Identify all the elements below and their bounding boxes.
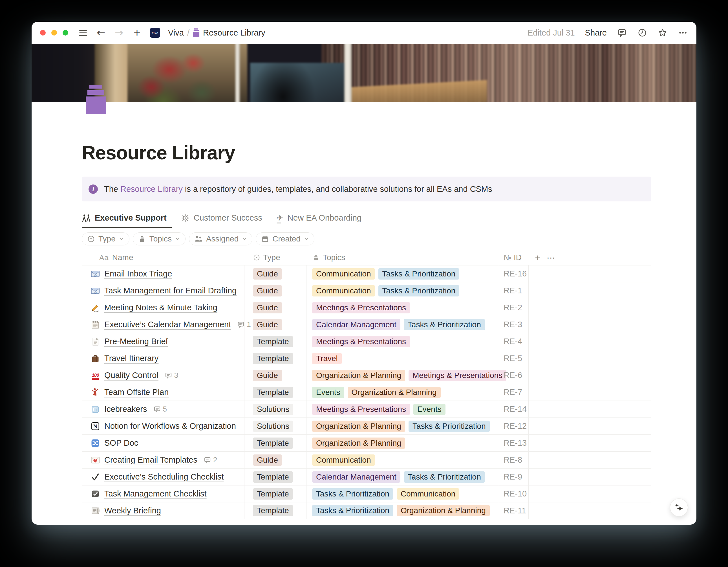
page-link[interactable]: Creating Email Templates [104,455,197,465]
type-badge[interactable]: Guide [253,319,282,330]
row-name-cell[interactable]: Task Management Checklist [82,486,244,502]
row-name-cell[interactable]: @Email Inbox Triage [82,265,244,282]
topic-badge[interactable]: Calendar Management [312,471,400,483]
favorite-star-icon[interactable] [658,28,668,38]
page-link[interactable]: Email Inbox Triage [104,269,172,278]
row-topics-cell[interactable]: Tasks & PrioritizationCommunication [306,486,499,502]
filter-chip-type[interactable]: Type [82,232,129,245]
row-name-cell[interactable]: Travel Itinerary [82,350,244,367]
row-type-cell[interactable]: Guide [244,299,306,316]
row-type-cell[interactable]: Guide [244,265,306,282]
type-badge[interactable]: Template [253,336,293,347]
topic-badge[interactable]: Tasks & Prioritization [404,319,485,330]
row-name-cell[interactable]: Pre-Meeting Brief [82,333,244,350]
row-topics-cell[interactable]: EventsOrganization & Planning [306,384,499,401]
row-type-cell[interactable]: Solutions [244,418,306,434]
page-link[interactable]: Task Management Checklist [104,489,207,498]
type-badge[interactable]: Guide [253,268,282,279]
page-link[interactable]: Icebreakers [104,405,147,414]
notion-ai-button[interactable] [670,498,688,517]
comment-count[interactable]: 2 [204,456,217,464]
topic-badge[interactable]: Events [312,387,344,398]
row-topics-cell[interactable]: Communication [306,452,499,468]
row-type-cell[interactable]: Template [244,502,306,519]
topic-badge[interactable]: Tasks & Prioritization [378,268,460,279]
row-topics-cell[interactable]: Organization & PlanningMeetings & Presen… [306,367,499,384]
column-header-name[interactable]: Aa Name [82,250,244,265]
row-name-cell[interactable]: 100Quality Control3 [82,367,244,384]
row-type-cell[interactable]: Template [244,469,306,485]
row-topics-cell[interactable]: Tasks & PrioritizationOrganization & Pla… [306,502,499,519]
row-name-cell[interactable]: Executive’s Calendar Management1 [82,316,244,333]
column-header-type[interactable]: Type [244,250,306,265]
topic-badge[interactable]: Calendar Management [312,319,400,330]
topic-badge[interactable]: Organization & Planning [397,505,490,516]
row-topics-cell[interactable]: CommunicationTasks & Prioritization [306,265,499,282]
comment-count[interactable]: 5 [153,405,167,414]
page-link[interactable]: Executive’s Calendar Management [104,320,231,329]
topic-badge[interactable]: Communication [312,285,375,297]
tab-customer-success[interactable]: Customer Success [181,211,263,228]
resource-library-link[interactable]: Resource Library [120,184,183,193]
topic-badge[interactable]: Travel [312,353,342,364]
tab-executive-support[interactable]: Executive Support [82,211,168,228]
topic-badge[interactable]: Organization & Planning [312,370,405,381]
sidebar-menu-icon[interactable] [78,28,88,38]
row-topics-cell[interactable]: Meetings & PresentationsEvents [306,401,499,418]
page-link[interactable]: Notion for Workflows & Organization [104,422,236,431]
type-badge[interactable]: Template [253,387,293,398]
topic-badge[interactable]: Communication [397,488,460,500]
type-badge[interactable]: Guide [253,302,282,314]
forward-icon[interactable]: → [114,28,124,38]
row-type-cell[interactable]: Guide [244,367,306,384]
row-name-cell[interactable]: Team Offsite Plan [82,384,244,401]
row-topics-cell[interactable]: Organization & PlanningTasks & Prioritiz… [306,418,499,434]
type-badge[interactable]: Solutions [253,404,293,415]
back-icon[interactable]: ← [96,28,106,38]
type-badge[interactable]: Template [253,505,293,516]
row-topics-cell[interactable]: Calendar ManagementTasks & Prioritizatio… [306,469,499,485]
comment-count[interactable]: 3 [165,371,178,380]
share-button[interactable]: Share [585,28,607,37]
page-link[interactable]: Executive’s Scheduling Checklist [104,472,224,482]
topic-badge[interactable]: Tasks & Prioritization [312,488,393,500]
topic-badge[interactable]: Organization & Planning [312,438,405,449]
row-topics-cell[interactable]: Travel [306,350,499,367]
row-type-cell[interactable]: Template [244,333,306,350]
cover-image[interactable] [32,44,696,102]
page-link[interactable]: SOP Doc [104,438,138,448]
row-type-cell[interactable]: Template [244,350,306,367]
topic-badge[interactable]: Events [413,404,445,415]
page-link[interactable]: Meeting Notes & Minute Taking [104,303,217,312]
type-badge[interactable]: Template [253,471,293,483]
close-window-button[interactable] [40,30,46,36]
page-archive-icon[interactable] [86,85,106,114]
row-type-cell[interactable]: Guide [244,316,306,333]
row-name-cell[interactable]: SOP Doc [82,435,244,451]
filter-chip-topics[interactable]: Topics [133,232,186,245]
type-badge[interactable]: Template [253,488,293,500]
type-badge[interactable]: Guide [253,285,282,297]
column-header-topics[interactable]: Topics [306,250,499,265]
row-topics-cell[interactable]: CommunicationTasks & Prioritization [306,282,499,299]
page-link[interactable]: Team Offsite Plan [104,388,169,397]
type-badge[interactable]: Solutions [253,421,293,432]
page-link[interactable]: Task Management for Email Drafting [104,286,237,296]
type-badge[interactable]: Guide [253,370,282,381]
topic-badge[interactable]: Organization & Planning [312,421,405,432]
row-type-cell[interactable]: Template [244,486,306,502]
topic-badge[interactable]: Tasks & Prioritization [312,505,393,516]
type-badge[interactable]: Template [253,353,293,364]
filter-chip-assigned[interactable]: Assigned [189,232,252,245]
type-badge[interactable]: Template [253,438,293,449]
comments-icon[interactable] [617,28,627,38]
row-type-cell[interactable]: Solutions [244,401,306,418]
add-column-button[interactable]: + [529,252,547,263]
row-type-cell[interactable]: Guide [244,452,306,468]
row-name-cell[interactable]: Meeting Notes & Minute Taking [82,299,244,316]
page-link[interactable]: Weekly Briefing [104,506,161,515]
page-link[interactable]: Pre-Meeting Brief [104,337,168,346]
topic-badge[interactable]: Meetings & Presentations [312,302,410,314]
workspace-avatar[interactable]: VIVA [150,28,160,38]
topic-badge[interactable]: Tasks & Prioritization [378,285,460,297]
